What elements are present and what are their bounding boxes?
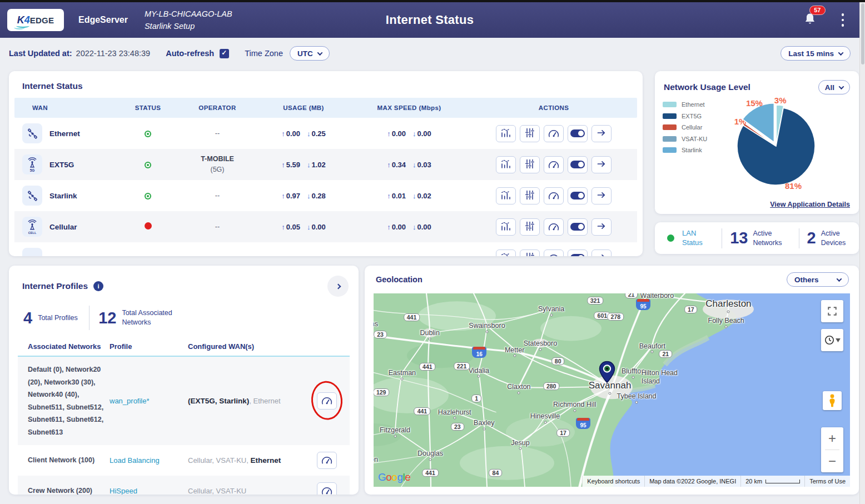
pie-percentage-label: 15%	[746, 98, 763, 108]
speed-test-button[interactable]	[544, 156, 564, 173]
profile-link[interactable]: wan_profile*	[110, 397, 150, 405]
map-city-dot	[725, 326, 728, 328]
wan-row-ethernet: Ethernet--↑0.00↓0.25↑0.00↓0.00	[14, 118, 637, 149]
configure-button[interactable]	[520, 187, 540, 204]
svg-text:5G: 5G	[30, 168, 35, 172]
map-city-label: Folly Beach	[708, 317, 744, 325]
view-application-details-link[interactable]: View Application Details	[770, 201, 850, 208]
details-button[interactable]	[591, 218, 612, 236]
max-speed-cell: ↑0.00↓0.00	[348, 129, 470, 138]
map-city-label: Jesup	[511, 439, 529, 447]
keyboard-shortcuts-button[interactable]: Keyboard shortcuts	[582, 476, 644, 487]
down-arrow-icon: ↓	[412, 192, 416, 200]
speed-test-button[interactable]	[544, 249, 564, 257]
legend-item: VSAT-KU	[663, 136, 707, 142]
us-route-shield: 441	[414, 407, 431, 415]
page-scrollbar[interactable]	[859, 2, 865, 504]
info-icon[interactable]	[93, 281, 103, 291]
map-city-dot	[632, 376, 635, 378]
configured-wans-cell: Cellular, VSAT-KU, Ethernet	[179, 456, 304, 465]
zoom-out-button[interactable]: −	[821, 450, 843, 472]
internet-status-card: Internet Status WANSTATUSOPERATORUSAGE (…	[9, 71, 643, 256]
profile-row: Crew Network (200)HiSpeedCellular, VSAT-…	[18, 476, 350, 495]
map-city-dot	[513, 355, 516, 357]
time-history-button[interactable]	[821, 329, 843, 351]
profile-link[interactable]: Load Balancing	[110, 456, 160, 465]
map-city-label: Tybee Island	[617, 392, 657, 400]
speed-test-icon	[548, 128, 560, 139]
details-button[interactable]	[591, 249, 612, 257]
speed-test-button[interactable]	[544, 218, 564, 236]
menu-kebab-icon[interactable]	[839, 11, 847, 29]
profile-link[interactable]: HiSpeed	[110, 487, 137, 495]
us-route-shield: 17	[684, 306, 698, 313]
max-speed-cell: ↑0.00↓0.00	[348, 223, 470, 231]
us-route-shield: 321	[587, 297, 604, 305]
enable-toggle[interactable]	[568, 249, 588, 257]
wan-name-cell: CELLCellular	[14, 217, 120, 237]
bar-chart-icon	[500, 252, 512, 257]
us-route-shield: 441	[419, 363, 436, 371]
profile-row: Client Network (100)Load BalancingCellul…	[18, 445, 350, 476]
legend-item: Starlink	[663, 147, 707, 153]
antenna-cell-icon: CELL	[22, 217, 42, 237]
statistics-button[interactable]	[496, 249, 516, 257]
map-city-dot	[519, 447, 521, 450]
profile-speed-test-button[interactable]	[317, 482, 337, 495]
time-zone-select[interactable]: UTC	[290, 46, 330, 61]
enable-toggle[interactable]	[568, 156, 588, 173]
details-button[interactable]	[591, 187, 612, 204]
enable-toggle[interactable]	[568, 218, 588, 236]
speed-test-button[interactable]	[544, 125, 564, 142]
details-button[interactable]	[591, 156, 612, 173]
profile-speed-test-button[interactable]	[317, 452, 337, 469]
map-city-label: Swainsboro	[469, 322, 505, 330]
configure-button[interactable]	[520, 218, 540, 236]
map-city-label: Hilton Head Island	[642, 369, 683, 385]
column-header: WAN	[14, 104, 120, 111]
max-speed-cell: ↑0.01↓0.02	[348, 192, 470, 200]
enable-toggle[interactable]	[568, 125, 588, 142]
toggle-on-icon	[570, 254, 585, 256]
pegman-control[interactable]	[823, 391, 842, 410]
legend-label: VSAT-KU	[682, 136, 707, 142]
geo-filter-select[interactable]: Others	[787, 272, 849, 287]
statistics-button[interactable]	[496, 187, 516, 204]
details-button[interactable]	[591, 125, 612, 142]
time-range-select[interactable]: Last 15 mins	[781, 46, 851, 61]
profile-speed-test-button[interactable]	[317, 392, 337, 410]
statistics-button[interactable]	[496, 156, 516, 173]
fullscreen-button[interactable]	[821, 300, 843, 322]
notifications-button[interactable]: 57	[803, 12, 817, 29]
configure-button[interactable]	[520, 249, 540, 257]
notification-badge: 57	[809, 6, 825, 15]
expand-profiles-button[interactable]	[327, 276, 349, 297]
statistics-button[interactable]	[496, 218, 516, 236]
speed-test-icon	[321, 455, 333, 466]
arrow-right-icon	[596, 129, 607, 138]
legend-item: Cellular	[663, 124, 707, 131]
bar-chart-icon	[500, 221, 512, 233]
zoom-in-button[interactable]: +	[821, 427, 843, 450]
active-devices-label: Active Devices	[821, 229, 859, 247]
location-marker[interactable]	[599, 361, 615, 386]
profiles-table-body: Default (0), Network20 (20), Network30 (…	[9, 357, 359, 495]
scrollbar-thumb[interactable]	[861, 3, 864, 64]
usage-cell: ↑0.05↓0.00	[259, 223, 348, 231]
map-city-label: Hinesville	[530, 412, 560, 420]
brand-logo[interactable]: K4EDGE	[7, 9, 64, 31]
terms-of-use-link[interactable]: Terms of Use	[804, 476, 850, 487]
google-map[interactable]: SylvaniaSwainsboroDublinStatesboroMetter…	[374, 293, 850, 487]
card-title: Internet Status	[22, 81, 643, 91]
up-arrow-icon: ↑	[387, 161, 391, 169]
down-arrow-icon: ↓	[307, 161, 311, 169]
site-name: MY-LB-CHICAAGO-LAB	[145, 8, 232, 20]
map-city-dot	[609, 392, 612, 395]
speed-test-button[interactable]	[544, 187, 564, 204]
configure-button[interactable]	[520, 125, 540, 142]
statistics-button[interactable]	[496, 125, 516, 142]
geolocation-card: Geolocation Others	[365, 266, 859, 495]
enable-toggle[interactable]	[568, 187, 588, 204]
auto-refresh-checkbox[interactable]	[220, 49, 229, 58]
configure-button[interactable]	[520, 156, 540, 173]
